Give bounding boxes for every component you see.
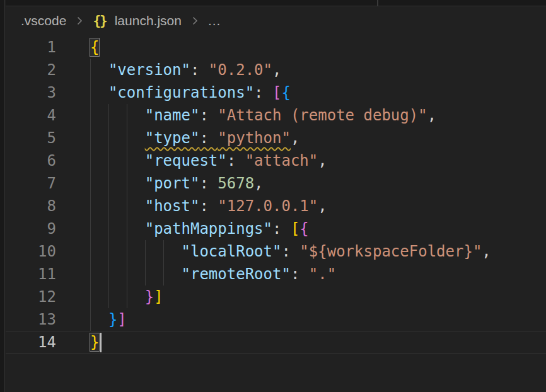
code-token: , [482,243,491,260]
line-number[interactable]: 5 [6,127,56,149]
indent-guide [108,104,109,127]
code-line[interactable]: 13 }] [6,308,546,331]
code-content[interactable]: "port": 5678, [56,172,546,195]
breadcrumb-overflow[interactable]: ... [208,13,221,28]
code-token: : [291,265,309,283]
indent-guide [145,240,146,263]
breadcrumb-folder[interactable]: .vscode [21,13,66,28]
code-token [90,197,145,215]
code-content[interactable]: "configurations": [{ [56,81,546,104]
bracket-match: } [90,333,99,351]
code-content[interactable]: } [56,331,546,354]
code-line[interactable]: 10 "localRoot": "${workspaceFolder}", [6,240,546,263]
code-content[interactable]: "name": "Attach (remote debug)", [56,104,546,127]
panel-left-border [0,0,5,392]
tab-divider [377,0,378,6]
line-number[interactable]: 14 [6,331,56,354]
line-number[interactable]: 3 [6,81,56,104]
code-line[interactable]: 14} [6,331,546,354]
code-content[interactable]: "pathMappings": [{ [56,217,546,240]
line-number[interactable]: 4 [6,104,56,127]
code-line[interactable]: 12 }] [6,285,546,308]
line-number[interactable]: 8 [6,195,56,217]
indent-guide [127,217,127,240]
indent-guide [90,127,91,149]
json-file-icon: {} [93,13,106,28]
line-number[interactable]: 6 [6,149,56,172]
code-token: , [427,107,436,124]
code-line[interactable]: 4 "name": "Attach (remote debug)", [6,104,546,127]
indent-guide [108,240,109,263]
code-line[interactable]: 9 "pathMappings": [{ [6,217,546,240]
line-number[interactable]: 2 [6,59,56,81]
indent-guide [90,149,91,172]
code-token: , [272,61,281,79]
code-token: "Attach (remote debug)" [218,107,427,124]
indent-guide [90,104,91,127]
code-token: "port" [145,175,200,192]
code-token [90,129,145,147]
code-content[interactable]: "remoteRoot": "." [56,263,546,285]
text-cursor [100,333,102,352]
indent-guide [108,127,109,149]
code-line[interactable]: 2 "version": "0.2.0", [6,59,546,81]
code-line[interactable]: 8 "host": "127.0.0.1", [6,195,546,217]
line-number[interactable]: 13 [6,308,56,331]
code-token: : [272,220,291,238]
code-line[interactable]: 1{ [6,36,546,59]
code-token: [ [272,84,281,101]
code-content[interactable]: "version": "0.2.0", [56,59,546,81]
code-token [90,152,145,170]
line-number[interactable]: 7 [6,172,56,195]
line-number[interactable]: 11 [6,263,56,285]
code-token: : [199,107,218,124]
indent-guide [127,285,127,308]
indent-guide [163,263,164,285]
indent-guide [108,149,109,172]
code-content[interactable]: }] [56,308,546,331]
breadcrumb-file[interactable]: launch.json [115,13,182,28]
line-number[interactable]: 12 [6,285,56,308]
code-token: { [281,84,290,101]
code-content[interactable]: "type": "python", [56,127,546,149]
breadcrumb: .vscode {} launch.json ... [6,7,546,35]
code-content[interactable]: "host": "127.0.0.1", [56,195,546,217]
code-line[interactable]: 3 "configurations": [{ [6,81,546,104]
code-area[interactable]: 1{2 "version": "0.2.0",3 "configurations… [6,35,546,392]
indent-guide [127,195,127,217]
code-token: "attach" [245,152,318,170]
indent-guide [127,149,127,172]
code-token: , [254,175,263,192]
code-token [90,84,108,101]
code-token: "." [309,265,336,283]
code-content[interactable]: "localRoot": "${workspaceFolder}", [56,240,546,263]
code-content[interactable]: }] [56,285,546,308]
code-line[interactable]: 11 "remoteRoot": "." [6,263,546,285]
line-number[interactable]: 10 [6,240,56,263]
indent-guide [127,127,127,149]
code-token: } [108,311,117,328]
code-line[interactable]: 6 "request": "attach", [6,149,546,172]
code-content[interactable]: "request": "attach", [56,149,546,172]
indent-guide [90,308,91,331]
code-token: 5678 [218,175,254,192]
line-number[interactable]: 1 [6,36,56,59]
code-token [90,288,145,306]
code-token: "host" [145,197,200,215]
code-token: : [199,129,218,147]
indent-guide [90,263,91,285]
code-line[interactable]: 7 "port": 5678, [6,172,546,195]
code-content[interactable]: { [56,36,546,59]
indent-guide [108,195,109,217]
code-token: "configurations" [108,84,254,101]
code-token: "python" [218,129,291,147]
bracket-match: { [90,38,99,56]
indent-guide [108,217,109,240]
indent-guide [90,195,91,217]
chevron-right-icon [74,16,84,26]
code-token: ] [154,288,163,306]
indent-guide [108,172,109,195]
code-line[interactable]: 5 "type": "python", [6,127,546,149]
line-number[interactable]: 9 [6,217,56,240]
code-token: "${workspaceFolder}" [299,243,482,260]
